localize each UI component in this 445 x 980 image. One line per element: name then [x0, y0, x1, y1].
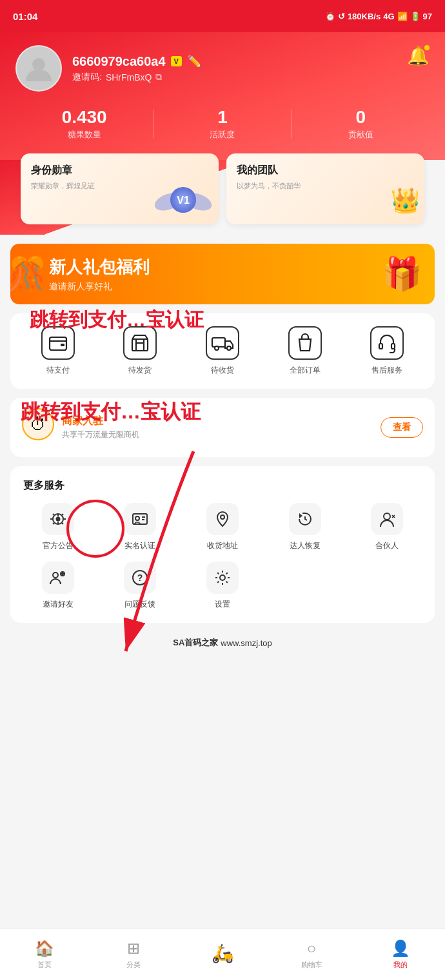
announcement-icon — [42, 503, 74, 535]
status-time: 01:04 — [13, 11, 37, 22]
service-settings[interactable]: 设置 — [181, 562, 264, 610]
svg-point-21 — [221, 515, 224, 519]
banner-title: 新人礼包福利 — [49, 256, 150, 279]
wings-svg: V1 — [154, 179, 212, 218]
service-invite[interactable]: 邀请好友 — [17, 562, 99, 610]
badge-card-title: 身份勋章 — [31, 164, 208, 177]
profile-nav-label: 我的 — [393, 960, 408, 970]
merchant-icon: ⏱ — [22, 408, 54, 447]
merchant-view-button[interactable]: 查看 — [381, 417, 423, 438]
svg-point-0 — [32, 58, 45, 71]
order-pending-pay-label: 待支付 — [46, 365, 70, 376]
more-services-section: 更多服务 官方公告 实 — [10, 466, 435, 623]
svg-rect-10 — [212, 338, 225, 347]
cart-icon: ○ — [307, 939, 317, 957]
avatar[interactable] — [15, 45, 62, 92]
category-label: 分类 — [126, 960, 141, 970]
gift-icon: 🎁 — [382, 255, 422, 293]
realname-label: 实名认证 — [124, 540, 155, 551]
merchant-title: 商家入驻 — [62, 415, 373, 428]
order-pending-pay[interactable]: 待支付 — [17, 326, 99, 376]
home-icon: 🏠 — [35, 939, 54, 957]
feedback-label: 问题反馈 — [124, 599, 155, 610]
orders-section: 待支付 待发货 — [10, 313, 435, 389]
banner-left-deco: 🎊 — [10, 255, 47, 293]
badge-v1-icon: V1 — [154, 179, 212, 218]
order-pending-ship-label: 待发货 — [128, 365, 152, 376]
bell-dot — [424, 45, 430, 50]
edit-icon[interactable]: ✏️ — [187, 54, 201, 68]
order-pending-delivery-label: 待收货 — [211, 365, 234, 376]
banner-section[interactable]: 🎊 新人礼包福利 邀请新人享好礼 🎁 — [0, 235, 445, 313]
nav-profile[interactable]: 👤 我的 — [356, 939, 445, 970]
svg-point-11 — [215, 346, 219, 350]
svg-point-20 — [135, 516, 139, 520]
home-label: 首页 — [37, 960, 52, 970]
address-icon — [206, 503, 239, 535]
svg-text:V1: V1 — [177, 195, 190, 206]
watermark-url: www.smzj.top — [221, 638, 272, 648]
realname-icon — [124, 503, 156, 535]
new-user-banner[interactable]: 🎊 新人礼包福利 邀请新人享好礼 🎁 — [10, 244, 435, 304]
merchant-banner: ⏱ 商家入驻 共享千万流量无限商机 查看 — [10, 398, 435, 457]
status-bar: 01:04 ⏰ ↺ 180KB/s 4G 📶 🔋 97 — [0, 0, 445, 32]
candy-label: 糖果数量 — [15, 129, 153, 141]
svg-text:👑: 👑 — [390, 186, 419, 215]
order-aftersale[interactable]: 售后服务 — [346, 326, 428, 376]
invite-code-row: 邀请码: SHrFmBxQ ⧉ — [72, 72, 201, 83]
nav-cart[interactable]: ○ 购物车 — [267, 939, 356, 970]
watermark-logo: SA首码之家 — [173, 637, 218, 649]
restore-label: 达人恢复 — [290, 540, 321, 551]
service-address[interactable]: 收货地址 — [181, 503, 264, 551]
svg-rect-13 — [379, 344, 382, 349]
services-grid: 官方公告 实名认证 收货地址 — [17, 503, 428, 610]
address-label: 收货地址 — [207, 540, 238, 551]
service-feedback[interactable]: ? 问题反馈 — [99, 562, 182, 610]
profile-section: 6660979ca60a4 V ✏️ 邀请码: SHrFmBxQ ⧉ 🔔 0.4… — [0, 32, 445, 160]
order-pending-delivery[interactable]: 待收货 — [181, 326, 264, 376]
copy-icon[interactable]: ⧉ — [155, 72, 162, 83]
candy-value: 0.430 — [15, 107, 153, 128]
order-pending-ship[interactable]: 待发货 — [99, 326, 182, 376]
feedback-icon: ? — [124, 562, 156, 594]
bell-button[interactable]: 🔔 — [407, 45, 430, 66]
order-aftersale-label: 售后服务 — [371, 365, 402, 376]
stats-row: 0.430 糖果数量 1 活跃度 0 贡献值 — [15, 107, 430, 141]
announcement-label: 官方公告 — [43, 540, 74, 551]
nav-center[interactable]: 🛵 — [178, 943, 267, 966]
service-restore[interactable]: 达人恢复 — [264, 503, 346, 551]
shopping-bag-icon — [288, 326, 322, 360]
order-all[interactable]: 全部订单 — [264, 326, 346, 376]
nav-category[interactable]: ⊞ 分类 — [89, 939, 178, 970]
svg-point-27 — [220, 575, 225, 580]
badge-card[interactable]: 身份勋章 荣耀勋章，辉煌见证 — [21, 153, 219, 224]
banner-subtitle: 邀请新人享好礼 — [49, 281, 150, 293]
bottom-nav: 🏠 首页 ⊞ 分类 🛵 ○ 购物车 👤 我的 — [0, 928, 445, 980]
settings-icon — [206, 562, 239, 594]
stat-candy: 0.430 糖果数量 — [15, 107, 153, 141]
stat-activity: 1 活跃度 — [153, 107, 291, 141]
profile-info: 6660979ca60a4 V ✏️ 邀请码: SHrFmBxQ ⧉ — [15, 45, 201, 92]
nav-home[interactable]: 🏠 首页 — [0, 939, 89, 970]
box-icon — [123, 326, 157, 360]
team-card[interactable]: 我的团队 以梦为马，不负韶华 👑 — [226, 153, 424, 224]
svg-point-22 — [384, 513, 390, 520]
svg-rect-7 — [50, 337, 66, 350]
svg-point-17 — [56, 518, 59, 521]
settings-label: 设置 — [215, 599, 230, 610]
invite-code-value: SHrFmBxQ — [106, 72, 152, 83]
verified-badge: V — [171, 56, 182, 66]
profile-nav-icon: 👤 — [391, 939, 410, 957]
contribution-label: 贡献值 — [292, 129, 430, 141]
category-icon: ⊞ — [127, 939, 140, 957]
partner-icon — [371, 503, 403, 535]
svg-text:⏱: ⏱ — [30, 415, 46, 434]
service-realname[interactable]: 实名认证 — [99, 503, 182, 551]
svg-point-23 — [53, 573, 58, 578]
activity-value: 1 — [153, 107, 291, 128]
service-announcement[interactable]: 官方公告 — [17, 503, 99, 551]
svg-rect-8 — [61, 344, 64, 346]
orders-icons-row: 待支付 待发货 — [17, 326, 428, 376]
wallet-icon — [41, 326, 75, 360]
service-partner[interactable]: 合伙人 — [346, 503, 428, 551]
